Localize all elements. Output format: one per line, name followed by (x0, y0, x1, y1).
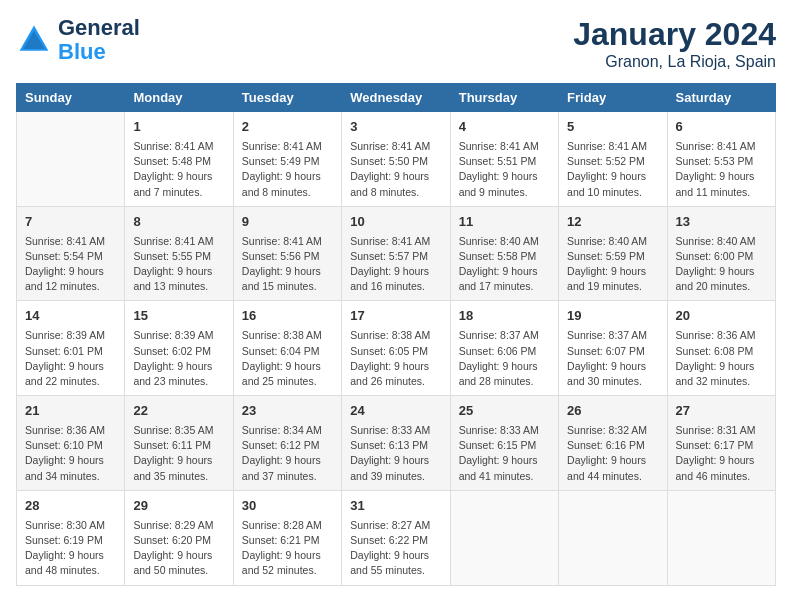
day-number: 11 (459, 213, 550, 232)
day-info: Daylight: 9 hours (242, 264, 333, 279)
day-info: and 19 minutes. (567, 279, 658, 294)
day-info: and 30 minutes. (567, 374, 658, 389)
day-info: Daylight: 9 hours (133, 453, 224, 468)
day-info: Sunset: 5:59 PM (567, 249, 658, 264)
calendar-week-row: 14Sunrise: 8:39 AMSunset: 6:01 PMDayligh… (17, 301, 776, 396)
logo-text: General Blue (58, 16, 140, 64)
day-info: and 37 minutes. (242, 469, 333, 484)
calendar-cell: 14Sunrise: 8:39 AMSunset: 6:01 PMDayligh… (17, 301, 125, 396)
day-info: and 44 minutes. (567, 469, 658, 484)
day-info: Sunrise: 8:40 AM (459, 234, 550, 249)
day-info: Sunrise: 8:41 AM (676, 139, 767, 154)
day-info: and 16 minutes. (350, 279, 441, 294)
day-number: 28 (25, 497, 116, 516)
day-number: 1 (133, 118, 224, 137)
calendar-cell (450, 490, 558, 585)
day-number: 30 (242, 497, 333, 516)
day-info: Daylight: 9 hours (242, 548, 333, 563)
page-title: January 2024 (573, 16, 776, 53)
header-sunday: Sunday (17, 84, 125, 112)
calendar-cell: 13Sunrise: 8:40 AMSunset: 6:00 PMDayligh… (667, 206, 775, 301)
calendar-cell: 4Sunrise: 8:41 AMSunset: 5:51 PMDaylight… (450, 112, 558, 207)
day-info: Daylight: 9 hours (567, 264, 658, 279)
day-number: 4 (459, 118, 550, 137)
day-info: Sunrise: 8:41 AM (133, 139, 224, 154)
day-info: Sunset: 6:05 PM (350, 344, 441, 359)
day-info: and 46 minutes. (676, 469, 767, 484)
day-info: Sunset: 6:15 PM (459, 438, 550, 453)
day-info: Sunset: 6:19 PM (25, 533, 116, 548)
day-info: Daylight: 9 hours (459, 264, 550, 279)
day-info: and 55 minutes. (350, 563, 441, 578)
day-number: 13 (676, 213, 767, 232)
day-info: Sunrise: 8:34 AM (242, 423, 333, 438)
calendar-cell: 17Sunrise: 8:38 AMSunset: 6:05 PMDayligh… (342, 301, 450, 396)
day-info: Sunset: 5:56 PM (242, 249, 333, 264)
calendar-cell: 30Sunrise: 8:28 AMSunset: 6:21 PMDayligh… (233, 490, 341, 585)
day-info: and 11 minutes. (676, 185, 767, 200)
day-info: Sunrise: 8:27 AM (350, 518, 441, 533)
calendar-cell: 5Sunrise: 8:41 AMSunset: 5:52 PMDaylight… (559, 112, 667, 207)
day-info: Sunrise: 8:32 AM (567, 423, 658, 438)
calendar-table: SundayMondayTuesdayWednesdayThursdayFrid… (16, 83, 776, 586)
day-info: Sunset: 6:21 PM (242, 533, 333, 548)
day-info: Sunrise: 8:40 AM (567, 234, 658, 249)
day-number: 5 (567, 118, 658, 137)
day-info: Sunrise: 8:35 AM (133, 423, 224, 438)
day-info: Daylight: 9 hours (350, 359, 441, 374)
day-info: Daylight: 9 hours (350, 169, 441, 184)
day-info: and 17 minutes. (459, 279, 550, 294)
day-info: and 32 minutes. (676, 374, 767, 389)
calendar-cell: 6Sunrise: 8:41 AMSunset: 5:53 PMDaylight… (667, 112, 775, 207)
day-number: 9 (242, 213, 333, 232)
day-info: and 48 minutes. (25, 563, 116, 578)
day-info: Sunset: 5:49 PM (242, 154, 333, 169)
day-info: Daylight: 9 hours (350, 264, 441, 279)
calendar-cell: 24Sunrise: 8:33 AMSunset: 6:13 PMDayligh… (342, 396, 450, 491)
day-info: Daylight: 9 hours (25, 453, 116, 468)
header-tuesday: Tuesday (233, 84, 341, 112)
day-number: 17 (350, 307, 441, 326)
day-info: Sunrise: 8:33 AM (459, 423, 550, 438)
calendar-header-row: SundayMondayTuesdayWednesdayThursdayFrid… (17, 84, 776, 112)
day-info: Sunset: 6:11 PM (133, 438, 224, 453)
day-info: Sunset: 5:55 PM (133, 249, 224, 264)
day-number: 3 (350, 118, 441, 137)
day-number: 21 (25, 402, 116, 421)
calendar-cell: 19Sunrise: 8:37 AMSunset: 6:07 PMDayligh… (559, 301, 667, 396)
day-number: 24 (350, 402, 441, 421)
calendar-week-row: 1Sunrise: 8:41 AMSunset: 5:48 PMDaylight… (17, 112, 776, 207)
day-info: Daylight: 9 hours (676, 264, 767, 279)
day-info: Sunrise: 8:37 AM (459, 328, 550, 343)
day-info: and 8 minutes. (242, 185, 333, 200)
day-info: Daylight: 9 hours (459, 453, 550, 468)
calendar-cell: 23Sunrise: 8:34 AMSunset: 6:12 PMDayligh… (233, 396, 341, 491)
day-info: and 28 minutes. (459, 374, 550, 389)
day-info: and 41 minutes. (459, 469, 550, 484)
day-info: Sunrise: 8:41 AM (25, 234, 116, 249)
day-info: Sunset: 6:10 PM (25, 438, 116, 453)
day-number: 15 (133, 307, 224, 326)
day-number: 6 (676, 118, 767, 137)
day-info: and 8 minutes. (350, 185, 441, 200)
day-info: and 50 minutes. (133, 563, 224, 578)
calendar-cell: 2Sunrise: 8:41 AMSunset: 5:49 PMDaylight… (233, 112, 341, 207)
day-info: Sunrise: 8:36 AM (25, 423, 116, 438)
day-info: Daylight: 9 hours (350, 453, 441, 468)
calendar-cell: 29Sunrise: 8:29 AMSunset: 6:20 PMDayligh… (125, 490, 233, 585)
calendar-cell (667, 490, 775, 585)
day-info: and 26 minutes. (350, 374, 441, 389)
day-info: Daylight: 9 hours (133, 359, 224, 374)
logo-icon (16, 22, 52, 58)
day-number: 31 (350, 497, 441, 516)
day-info: Daylight: 9 hours (25, 264, 116, 279)
day-number: 10 (350, 213, 441, 232)
day-info: Daylight: 9 hours (242, 359, 333, 374)
header-thursday: Thursday (450, 84, 558, 112)
calendar-cell: 28Sunrise: 8:30 AMSunset: 6:19 PMDayligh… (17, 490, 125, 585)
day-info: and 52 minutes. (242, 563, 333, 578)
calendar-week-row: 21Sunrise: 8:36 AMSunset: 6:10 PMDayligh… (17, 396, 776, 491)
day-info: Sunset: 6:20 PM (133, 533, 224, 548)
day-info: Sunrise: 8:28 AM (242, 518, 333, 533)
day-info: Sunset: 6:12 PM (242, 438, 333, 453)
